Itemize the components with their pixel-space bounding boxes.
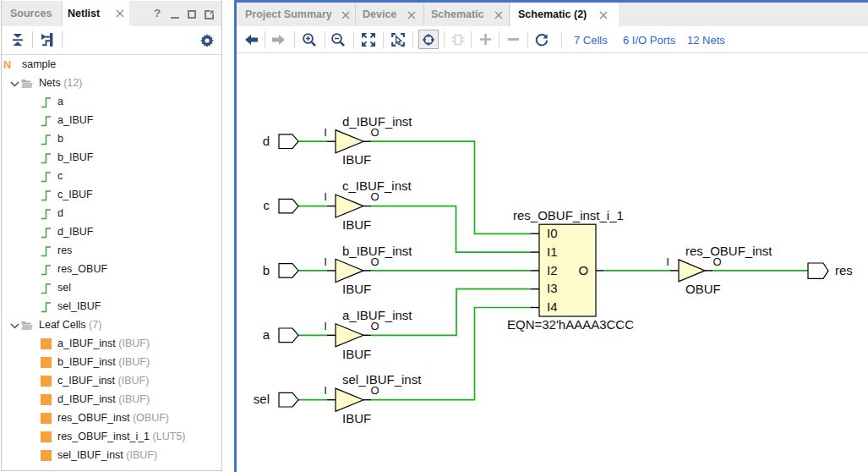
svg-text:I1: I1 bbox=[547, 244, 558, 259]
svg-text:b_IBUF_inst: b_IBUF_inst bbox=[342, 244, 412, 258]
svg-text:IBUF: IBUF bbox=[342, 152, 371, 167]
svg-text:OBUF: OBUF bbox=[685, 282, 721, 296]
svg-text:I: I bbox=[666, 255, 669, 268]
svg-text:res_OBUF_inst: res_OBUF_inst bbox=[685, 244, 772, 258]
svg-text:res_OBUF_inst_i_1: res_OBUF_inst_i_1 bbox=[513, 208, 624, 222]
svg-text:IBUF: IBUF bbox=[342, 282, 371, 296]
svg-text:EQN=32'hAAAA3CCC: EQN=32'hAAAA3CCC bbox=[507, 317, 634, 332]
svg-text:I0: I0 bbox=[547, 226, 558, 240]
svg-text:sel: sel bbox=[254, 392, 270, 406]
svg-text:a: a bbox=[263, 327, 270, 342]
svg-text:a_IBUF_inst: a_IBUF_inst bbox=[342, 308, 412, 322]
svg-text:sel_IBUF_inst: sel_IBUF_inst bbox=[342, 372, 422, 387]
svg-text:c: c bbox=[264, 198, 270, 212]
svg-text:d: d bbox=[263, 134, 270, 148]
svg-text:O: O bbox=[579, 263, 589, 277]
svg-text:c_IBUF_inst: c_IBUF_inst bbox=[342, 178, 412, 193]
svg-text:I4: I4 bbox=[547, 299, 558, 314]
svg-text:I3: I3 bbox=[547, 281, 558, 295]
svg-text:I: I bbox=[324, 255, 327, 268]
svg-text:I: I bbox=[324, 126, 327, 139]
svg-text:IBUF: IBUF bbox=[342, 217, 371, 232]
svg-text:IBUF: IBUF bbox=[342, 347, 371, 361]
svg-text:IBUF: IBUF bbox=[342, 411, 371, 425]
svg-text:I: I bbox=[324, 320, 327, 332]
svg-text:d_IBUF_inst: d_IBUF_inst bbox=[342, 114, 412, 129]
svg-text:I2: I2 bbox=[547, 263, 558, 277]
svg-text:b: b bbox=[263, 263, 270, 277]
svg-text:I: I bbox=[324, 190, 327, 203]
svg-text:I: I bbox=[324, 384, 327, 397]
svg-text:res: res bbox=[835, 263, 853, 277]
